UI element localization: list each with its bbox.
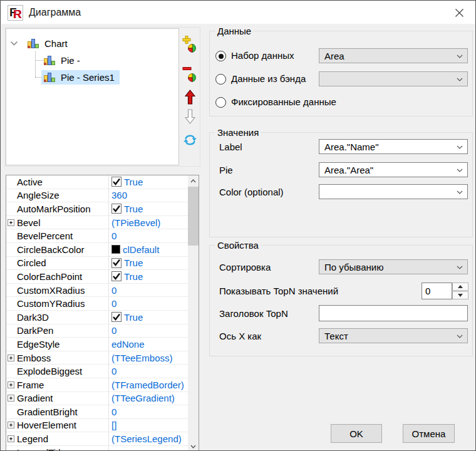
property-row[interactable]: AutoMarkPosition True (6, 202, 188, 216)
checkbox-icon[interactable] (111, 271, 122, 281)
ok-button[interactable]: OK (331, 424, 382, 443)
scroll-up-button[interactable] (188, 175, 199, 186)
checkbox-icon[interactable] (111, 312, 122, 322)
property-row[interactable]: LegendTitle (6, 446, 188, 451)
color-combobox[interactable] (319, 184, 468, 199)
property-name: CustomXRadius (6, 285, 108, 296)
property-name: GradientBright (6, 407, 108, 417)
series-tree[interactable]: Chart Pie - Pie - Series1 (6, 28, 179, 165)
x-axis-combobox[interactable]: Текст (319, 328, 468, 343)
band-radio[interactable] (215, 74, 226, 85)
chevron-down-icon (457, 334, 463, 338)
checkbox-icon[interactable] (111, 258, 122, 268)
collapse-chevron-icon[interactable] (10, 41, 18, 46)
checkbox-icon[interactable] (111, 177, 122, 187)
properties-group: Свойства Сортировка По убыванию Показыва… (209, 245, 473, 356)
property-value[interactable]: 0 (108, 407, 188, 417)
property-name: ExplodeBiggest (6, 366, 108, 376)
checkbox-icon[interactable] (111, 204, 122, 214)
scroll-down-button[interactable] (188, 441, 199, 451)
expand-icon[interactable] (8, 355, 14, 361)
expand-icon[interactable] (8, 422, 14, 428)
property-value[interactable]: (TSeriesLegend) (108, 433, 188, 444)
property-row[interactable]: Frame (TFramedBorder) (6, 378, 188, 392)
property-value[interactable]: 0 (108, 298, 188, 309)
property-row[interactable]: GradientBright 0 (6, 405, 188, 419)
band-combobox[interactable] (319, 71, 468, 86)
spin-up-button[interactable] (452, 283, 468, 291)
expand-icon[interactable] (8, 435, 14, 442)
property-row[interactable]: Bevel (TPieBevel) (6, 216, 188, 230)
tree-connector (35, 51, 36, 77)
dataset-combobox[interactable]: Area (319, 48, 468, 63)
property-row[interactable]: Emboss (TTeeEmboss) (6, 351, 188, 365)
remove-series-button[interactable] (181, 65, 199, 82)
move-up-button[interactable] (181, 88, 199, 106)
property-row[interactable]: HoverElement [] (6, 419, 188, 433)
dataset-radio[interactable] (215, 51, 226, 61)
topn-title-input[interactable] (319, 305, 468, 321)
property-value[interactable]: 360 (108, 190, 188, 200)
property-value[interactable]: 0 (108, 285, 188, 296)
property-value[interactable]: edNone (108, 339, 188, 350)
property-value[interactable]: (TPieBevel) (108, 217, 188, 228)
sort-combobox[interactable]: По убыванию (319, 259, 468, 274)
property-row[interactable]: Gradient (TTeeGradient) (6, 392, 188, 406)
property-row[interactable]: Legend (TSeriesLegend) (6, 432, 188, 446)
property-row[interactable]: DarkPen 0 (6, 324, 188, 338)
property-row[interactable]: CustomYRadius 0 (6, 297, 188, 311)
label-combobox[interactable]: Area."Name" (319, 139, 468, 154)
tree-item-root[interactable]: Chart (10, 35, 68, 51)
property-grid[interactable]: Active True AngleSize 360 AutoMarkPositi… (6, 175, 199, 451)
property-value[interactable]: 0 (108, 325, 188, 336)
band-radio-label: Данные из бэнда (231, 73, 306, 84)
tree-item[interactable]: Pie - Series1 (41, 69, 120, 85)
expand-icon[interactable] (8, 395, 14, 402)
refresh-button[interactable] (181, 131, 199, 148)
property-row[interactable]: EdgeStyle edNone (6, 338, 188, 351)
property-row[interactable]: ExplodeBiggest 0 (6, 365, 188, 378)
properties-group-title: Свойства (215, 240, 261, 251)
move-down-button[interactable] (181, 107, 199, 125)
fixed-data-radio-label: Фиксированные данные (231, 96, 336, 107)
property-name: Frame (6, 380, 108, 390)
property-value[interactable]: (TTeeGradient) (108, 393, 188, 403)
remove-series-icon (182, 65, 198, 82)
property-row[interactable]: BevelPercent 0 (6, 229, 188, 243)
add-series-button[interactable] (181, 35, 199, 53)
property-value[interactable]: [] (108, 420, 188, 430)
property-value[interactable]: clDefault (108, 244, 188, 255)
close-button[interactable] (443, 1, 475, 24)
property-name: EdgeStyle (6, 339, 108, 350)
expand-icon[interactable] (8, 381, 14, 388)
property-name: Bevel (6, 217, 108, 228)
spin-down-button[interactable] (452, 291, 468, 299)
expand-icon[interactable] (8, 219, 14, 226)
property-name: Active (6, 177, 108, 187)
grid-scrollbar[interactable] (188, 175, 199, 451)
property-name: DarkPen (6, 325, 108, 336)
property-value[interactable]: True (108, 312, 188, 323)
property-row[interactable]: Dark3D True (6, 311, 188, 324)
property-row[interactable]: ColorEachPoint True (6, 270, 188, 284)
property-value[interactable]: True (108, 204, 188, 214)
property-row[interactable]: AngleSize 360 (6, 189, 188, 203)
title-bar: F R Диаграмма (1, 1, 475, 24)
tree-item[interactable]: Pie - (41, 52, 85, 68)
property-value[interactable]: True (108, 271, 188, 282)
property-value[interactable]: 0 (108, 231, 188, 241)
property-value[interactable]: (TTeeEmboss) (108, 353, 188, 363)
property-value[interactable]: 0 (108, 366, 188, 376)
scroll-thumb[interactable] (188, 187, 199, 246)
property-value[interactable]: True (108, 177, 188, 187)
property-row[interactable]: CircleBackColor clDefault (6, 243, 188, 257)
pie-combobox[interactable]: Area."Area" (319, 162, 468, 177)
property-row[interactable]: CustomXRadius 0 (6, 284, 188, 298)
property-value[interactable]: (TFramedBorder) (108, 380, 188, 390)
property-row[interactable]: Circled True (6, 257, 188, 271)
property-row[interactable]: Active True (6, 175, 188, 189)
fixed-data-radio[interactable] (215, 97, 226, 108)
cancel-button[interactable]: Отмена (403, 424, 455, 443)
property-value[interactable]: True (108, 257, 188, 268)
topn-input[interactable] (422, 283, 452, 299)
